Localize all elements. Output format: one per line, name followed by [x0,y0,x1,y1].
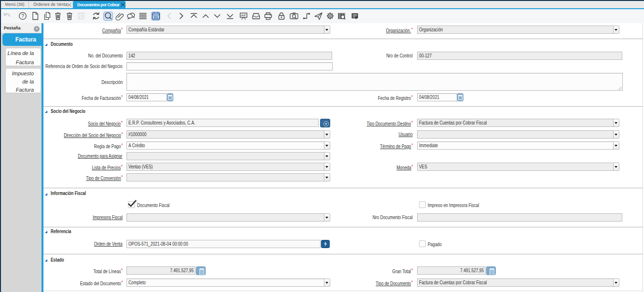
svg-text:?: ? [21,14,24,19]
svg-text:31: 31 [154,15,158,19]
